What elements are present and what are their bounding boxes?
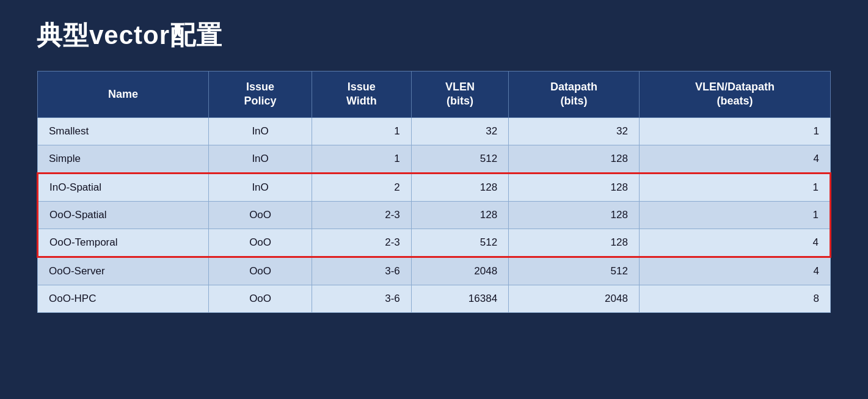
table-cell: 2	[312, 173, 411, 201]
table-cell: OoO	[209, 229, 312, 257]
table-cell: InO	[209, 173, 312, 201]
table-container: Name IssuePolicy IssueWidth VLEN(bits) D…	[37, 71, 831, 313]
data-table: Name IssuePolicy IssueWidth VLEN(bits) D…	[37, 71, 831, 313]
table-cell: 512	[411, 229, 508, 257]
table-cell: 1	[639, 201, 830, 229]
table-cell: OoO-Server	[38, 257, 209, 285]
table-cell: 3-6	[312, 285, 411, 312]
col-issue-policy: IssuePolicy	[209, 71, 312, 118]
table-cell: OoO	[209, 285, 312, 312]
table-cell: 128	[411, 173, 508, 201]
table-cell: 1	[312, 145, 411, 173]
col-datapath: Datapath(bits)	[509, 71, 640, 118]
table-cell: 4	[639, 257, 830, 285]
table-cell: 32	[411, 117, 508, 145]
table-row: OoO-HPCOoO3-61638420488	[38, 285, 831, 312]
table-cell: InO-Spatial	[38, 173, 209, 201]
table-cell: 128	[509, 201, 640, 229]
table-row: SmallestInO132321	[38, 117, 831, 145]
table-cell: OoO-Spatial	[38, 201, 209, 229]
table-cell: 2-3	[312, 201, 411, 229]
table-header: Name IssuePolicy IssueWidth VLEN(bits) D…	[38, 71, 831, 118]
table-cell: 3-6	[312, 257, 411, 285]
header-row: Name IssuePolicy IssueWidth VLEN(bits) D…	[38, 71, 831, 118]
table-cell: 2-3	[312, 229, 411, 257]
table-cell: Simple	[38, 145, 209, 173]
col-vlen-datapath: VLEN/Datapath(beats)	[639, 71, 830, 118]
table-cell: 4	[639, 145, 830, 173]
table-cell: 4	[639, 229, 830, 257]
table-body: SmallestInO132321SimpleInO15121284InO-Sp…	[38, 117, 831, 312]
table-cell: OoO	[209, 257, 312, 285]
table-cell: 8	[639, 285, 830, 312]
table-cell: 1	[639, 173, 830, 201]
table-cell: 16384	[411, 285, 508, 312]
table-cell: InO	[209, 117, 312, 145]
table-cell: 128	[509, 145, 640, 173]
col-issue-width: IssueWidth	[312, 71, 411, 118]
table-cell: 128	[509, 173, 640, 201]
table-row: InO-SpatialInO21281281	[38, 173, 831, 201]
col-vlen: VLEN(bits)	[411, 71, 508, 118]
table-cell: 1	[312, 117, 411, 145]
table-cell: InO	[209, 145, 312, 173]
table-row: OoO-SpatialOoO2-31281281	[38, 201, 831, 229]
table-cell: 1	[639, 117, 830, 145]
table-cell: Smallest	[38, 117, 209, 145]
table-cell: 128	[509, 229, 640, 257]
table-cell: OoO	[209, 201, 312, 229]
table-row: OoO-ServerOoO3-620485124	[38, 257, 831, 285]
table-cell: 2048	[411, 257, 508, 285]
table-row: OoO-TemporalOoO2-35121284	[38, 229, 831, 257]
table-row: SimpleInO15121284	[38, 145, 831, 173]
table-cell: 128	[411, 201, 508, 229]
col-name: Name	[38, 71, 209, 118]
table-cell: 512	[411, 145, 508, 173]
table-cell: 512	[509, 257, 640, 285]
table-cell: OoO-HPC	[38, 285, 209, 312]
table-cell: 32	[509, 117, 640, 145]
table-cell: OoO-Temporal	[38, 229, 209, 257]
page-title: 典型vector配置	[37, 18, 222, 53]
table-cell: 2048	[509, 285, 640, 312]
